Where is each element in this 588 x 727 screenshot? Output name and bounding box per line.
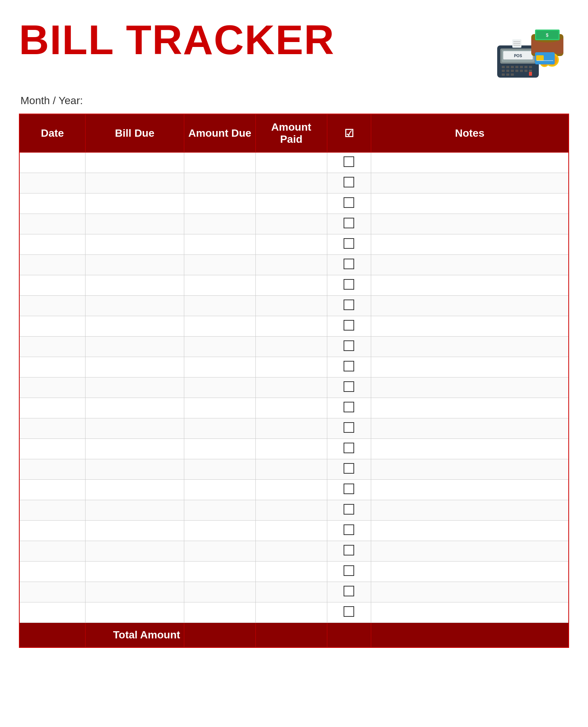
paid-checkbox-cell[interactable]: [327, 296, 371, 316]
col-header-paid-check: ☑: [327, 114, 371, 153]
paid-checkbox-cell[interactable]: [327, 173, 371, 193]
cell-bill_due: [85, 582, 184, 602]
svg-rect-6: [506, 66, 509, 68]
cell-notes: [371, 296, 569, 316]
cell-amount_paid: [255, 459, 327, 480]
svg-rect-11: [529, 66, 532, 68]
paid-checkbox-cell[interactable]: [327, 357, 371, 378]
table-row: [19, 357, 569, 378]
checkbox-box[interactable]: [344, 381, 354, 392]
checkbox-box[interactable]: [344, 238, 354, 249]
checkbox-box[interactable]: [344, 504, 354, 515]
cell-bill_due: [85, 439, 184, 459]
paid-checkbox-cell[interactable]: [327, 541, 371, 562]
table-row: [19, 255, 569, 275]
cell-date: [19, 173, 85, 193]
cell-amount_paid: [255, 541, 327, 562]
paid-checkbox-cell[interactable]: [327, 480, 371, 500]
checkbox-box[interactable]: [344, 402, 354, 412]
checkbox-box[interactable]: [344, 279, 354, 290]
cell-bill_due: [85, 153, 184, 173]
cell-date: [19, 193, 85, 214]
paid-checkbox-cell[interactable]: [327, 275, 371, 296]
wallet-icon: POS: [486, 19, 569, 87]
cell-amount_due: [184, 541, 256, 562]
page-title: BILL TRACKER: [19, 19, 335, 61]
checkbox-box[interactable]: [344, 218, 354, 228]
checkbox-box[interactable]: [344, 361, 354, 371]
cell-date: [19, 602, 85, 623]
checkbox-box[interactable]: [344, 156, 354, 167]
cell-notes: [371, 214, 569, 234]
cell-amount_due: [184, 153, 256, 173]
cell-date: [19, 459, 85, 480]
paid-checkbox-cell[interactable]: [327, 439, 371, 459]
checkbox-box[interactable]: [344, 259, 354, 269]
cell-notes: [371, 541, 569, 562]
checkbox-box[interactable]: [344, 177, 354, 187]
paid-checkbox-cell[interactable]: [327, 418, 371, 439]
checkbox-box[interactable]: [344, 340, 354, 351]
bill-tracker-table: Date Bill Due Amount Due Amount Paid ☑ N…: [19, 114, 569, 648]
table-row: [19, 378, 569, 398]
checkbox-box[interactable]: [344, 565, 354, 576]
cell-notes: [371, 500, 569, 521]
cell-date: [19, 398, 85, 418]
cell-amount_due: [184, 296, 256, 316]
cell-notes: [371, 275, 569, 296]
cell-bill_due: [85, 459, 184, 480]
paid-checkbox-cell[interactable]: [327, 214, 371, 234]
checkbox-box[interactable]: [344, 524, 354, 535]
table-row: [19, 459, 569, 480]
cell-amount_paid: [255, 439, 327, 459]
paid-checkbox-cell[interactable]: [327, 562, 371, 582]
paid-checkbox-cell[interactable]: [327, 193, 371, 214]
cell-amount_paid: [255, 255, 327, 275]
cell-amount_paid: [255, 193, 327, 214]
paid-checkbox-cell[interactable]: [327, 255, 371, 275]
paid-checkbox-cell[interactable]: [327, 234, 371, 255]
cell-bill_due: [85, 541, 184, 562]
checkbox-box[interactable]: [344, 586, 354, 596]
checkbox-box[interactable]: [344, 197, 354, 208]
cell-amount_due: [184, 398, 256, 418]
cell-notes: [371, 562, 569, 582]
paid-checkbox-cell[interactable]: [327, 378, 371, 398]
paid-checkbox-cell[interactable]: [327, 521, 371, 541]
svg-rect-17: [524, 70, 527, 72]
cell-amount_due: [184, 275, 256, 296]
cell-amount_paid: [255, 480, 327, 500]
checkbox-box[interactable]: [344, 484, 354, 494]
cell-date: [19, 582, 85, 602]
paid-checkbox-cell[interactable]: [327, 337, 371, 357]
paid-checkbox-cell[interactable]: [327, 500, 371, 521]
paid-checkbox-cell[interactable]: [327, 398, 371, 418]
cell-date: [19, 275, 85, 296]
checkbox-box[interactable]: [344, 606, 354, 617]
svg-rect-12: [502, 70, 505, 72]
svg-rect-16: [520, 70, 523, 72]
paid-checkbox-cell[interactable]: [327, 459, 371, 480]
cell-bill_due: [85, 398, 184, 418]
checkbox-box[interactable]: [344, 545, 354, 555]
checkbox-box[interactable]: [344, 463, 354, 474]
svg-rect-7: [511, 66, 514, 68]
paid-checkbox-cell[interactable]: [327, 582, 371, 602]
cell-bill_due: [85, 357, 184, 378]
table-row: [19, 500, 569, 521]
cell-date: [19, 562, 85, 582]
cell-amount_paid: [255, 173, 327, 193]
svg-rect-21: [511, 73, 514, 76]
checkbox-box[interactable]: [344, 443, 354, 453]
paid-checkbox-cell[interactable]: [327, 316, 371, 337]
paid-checkbox-cell[interactable]: [327, 153, 371, 173]
checkbox-box[interactable]: [344, 422, 354, 433]
paid-checkbox-cell[interactable]: [327, 602, 371, 623]
cell-notes: [371, 193, 569, 214]
cell-amount_paid: [255, 418, 327, 439]
table-row: [19, 602, 569, 623]
svg-rect-15: [515, 70, 518, 72]
cell-notes: [371, 398, 569, 418]
checkbox-box[interactable]: [344, 320, 354, 331]
checkbox-box[interactable]: [344, 300, 354, 310]
